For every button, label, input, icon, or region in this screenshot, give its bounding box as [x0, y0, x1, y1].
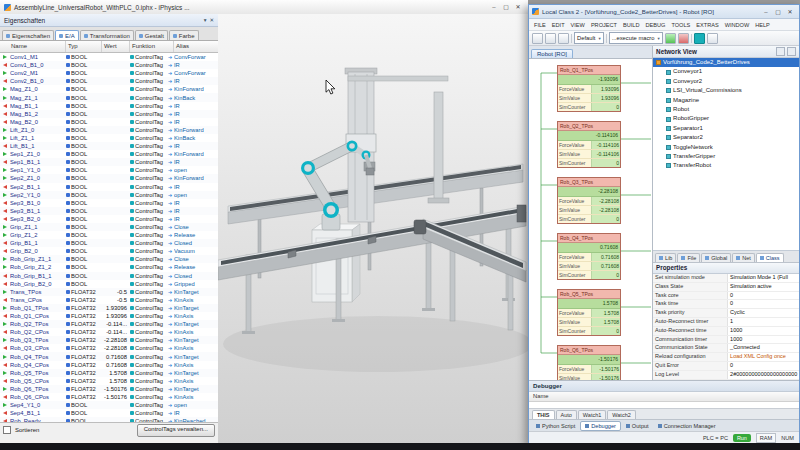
io-row-Mag_Z1_0[interactable]: Mag_Z1_0BOOLControlTag➔KinForward: [0, 85, 218, 93]
settings-icon[interactable]: [707, 33, 718, 44]
io-row-Mag_Z1_1[interactable]: Mag_Z1_1BOOLControlTag➔KinBack: [0, 93, 218, 101]
property-row[interactable]: Log Level2#00000000000000000000: [653, 371, 799, 380]
io-row-Rob_Grip_Z1_2[interactable]: Rob_Grip_Z1_2BOOLControlTag➔Release: [0, 263, 218, 271]
property-row[interactable]: Class StateSimulation active: [653, 283, 799, 292]
io-row-Rob_Grip_Z1_1[interactable]: Rob_Grip_Z1_1BOOLControlTag➔Close: [0, 255, 218, 263]
stop-icon[interactable]: [678, 33, 689, 44]
close-icon[interactable]: ✕: [512, 1, 524, 13]
tree-item-transfergripper[interactable]: TransferGripper: [653, 152, 799, 161]
watch-tab-watch2[interactable]: Watch2: [607, 410, 635, 419]
side-tab-file[interactable]: File: [677, 253, 700, 262]
bottom-tab-output[interactable]: Output: [622, 422, 653, 430]
io-row-Rob_Q3_TPos[interactable]: Rob_Q3_TPosFLOAT32-2.28108ControlTag➔Kin…: [0, 336, 218, 344]
tree-item-separator1[interactable]: Separator1: [653, 124, 799, 133]
io-row-Rob_Q2_CPos[interactable]: Rob_Q2_CPosFLOAT32-0.114...ControlTag➔Ki…: [0, 328, 218, 336]
column-header-name[interactable]: Name: [0, 41, 66, 52]
column-header-funktion[interactable]: Funktion: [130, 41, 174, 52]
io-row-Rob_Q1_TPos[interactable]: Rob_Q1_TPosFLOAT321.93096ControlTag➔KinT…: [0, 304, 218, 312]
minimize-icon[interactable]: –: [760, 6, 772, 18]
menu-help[interactable]: HELP: [752, 22, 773, 28]
bottom-tab-connection-manager[interactable]: Connection Manager: [654, 422, 720, 430]
side-tab-class[interactable]: Class: [756, 253, 784, 262]
property-row[interactable]: Communication State_Connected: [653, 344, 799, 353]
io-row-Rob_Q6_TPos[interactable]: Rob_Q6_TPosFLOAT32-1.50176ControlTag➔Kin…: [0, 385, 218, 393]
io-row-Rob_Q4_TPos[interactable]: Rob_Q4_TPosFLOAT320.71608ControlTag➔KinT…: [0, 352, 218, 360]
io-row-Sep2_Z1_0[interactable]: Sep2_Z1_0BOOLControlTag➔KinForward: [0, 174, 218, 182]
side-tab-net[interactable]: Net: [732, 253, 755, 262]
3d-viewport[interactable]: [218, 14, 528, 443]
io-row-Conv1_M1[interactable]: Conv1_M1BOOLControlTag➔ConvForwar: [0, 53, 218, 61]
new-icon[interactable]: [532, 33, 543, 44]
io-row-Sep4_Y1_0[interactable]: Sep4_Y1_0BOOLControlTag➔open: [0, 401, 218, 409]
menu-tools[interactable]: TOOLS: [668, 22, 693, 28]
tab-eigenschaften[interactable]: Eigenschaften: [2, 30, 54, 40]
menu-extras[interactable]: EXTRAS: [693, 22, 721, 28]
io-row-Conv2_M1[interactable]: Conv2_M1BOOLControlTag➔ConvForwar: [0, 69, 218, 77]
profile-combobox[interactable]: Default ▾: [574, 32, 604, 44]
io-row-Mag_B1_2[interactable]: Mag_B1_2BOOLControlTag➔IR: [0, 110, 218, 118]
io-row-Sep1_Y1_0[interactable]: Sep1_Y1_0BOOLControlTag➔open: [0, 166, 218, 174]
column-header-alias[interactable]: Alias: [174, 41, 218, 52]
properties-grid[interactable]: Set simulation modeSimulation Mode 1 (Fu…: [653, 274, 799, 380]
macro-combobox[interactable]: ...execute macro ▾: [609, 32, 663, 44]
io-row-Sep1_B1_1[interactable]: Sep1_B1_1BOOLControlTag➔IR: [0, 158, 218, 166]
property-row[interactable]: Task time0: [653, 300, 799, 309]
io-row-Mag_B1_1[interactable]: Mag_B1_1BOOLControlTag➔IR: [0, 102, 218, 110]
side-tab-global[interactable]: Global: [701, 253, 731, 262]
property-row[interactable]: Task priorityCyclic: [653, 309, 799, 318]
io-row-Rob_Q4_CPos[interactable]: Rob_Q4_CPosFLOAT320.71608ControlTag➔KinA…: [0, 361, 218, 369]
open-icon[interactable]: [545, 33, 556, 44]
tree-item-vorf-hrung-code2-betterdrives[interactable]: Vorführung_Code2_BetterDrives: [653, 58, 799, 67]
function-block-rob_q6_tpos[interactable]: Rob_Q6_TPos-1.50176ForceValue-1.50176Sim…: [557, 345, 621, 380]
minimize-icon[interactable]: –: [488, 1, 500, 13]
io-row-Sep3_B1_1[interactable]: Sep3_B1_1BOOLControlTag➔IR: [0, 207, 218, 215]
menu-edit[interactable]: EDIT: [549, 22, 568, 28]
io-row-Lift_Z1_1[interactable]: Lift_Z1_1BOOLControlTag➔KinBack: [0, 134, 218, 142]
property-row[interactable]: Set simulation modeSimulation Mode 1 (Fu…: [653, 274, 799, 283]
watch-tab-this[interactable]: THIS: [532, 410, 555, 419]
close-icon[interactable]: ✕: [784, 6, 796, 18]
function-block-rob_q3_tpos[interactable]: Rob_Q3_TPos-2.28108ForceValue-2.28108Sim…: [557, 177, 621, 224]
io-row-Grip_Z1_2[interactable]: Grip_Z1_2BOOLControlTag➔Release: [0, 231, 218, 239]
tree-item-lsi-virtual-commissions[interactable]: LSI_Virtual_Commissions: [653, 86, 799, 95]
io-row-Lift_B1_1[interactable]: Lift_B1_1BOOLControlTag➔IR: [0, 142, 218, 150]
io-row-Grip_Z1_1[interactable]: Grip_Z1_1BOOLControlTag➔Close: [0, 223, 218, 231]
property-row[interactable]: Auto-Reconnect time1000: [653, 327, 799, 336]
network-tree[interactable]: Vorführung_Code2_BetterDrivesConveyor1Co…: [653, 58, 799, 251]
tree-item-magazine[interactable]: Magazine: [653, 96, 799, 105]
io-row-Sep4_B1_1[interactable]: Sep4_B1_1BOOLControlTag➔IR: [0, 409, 218, 417]
function-block-diagram[interactable]: Rob_Q1_TPos-1.93096ForceValue1.93096SimV…: [529, 59, 652, 380]
io-row-Sep1_Z1_0[interactable]: Sep1_Z1_0BOOLControlTag➔KinForward: [0, 150, 218, 158]
iphysics-titlebar[interactable]: AssemblyLine_UniversalRobot_WithPLC_0.ip…: [0, 0, 528, 15]
column-header-wert[interactable]: Wert: [102, 41, 130, 52]
io-row-Sep3_B2_0[interactable]: Sep3_B2_0BOOLControlTag➔IR: [0, 215, 218, 223]
io-row-Rob_Q6_CPos[interactable]: Rob_Q6_CPosFLOAT32-1.50176ControlTag➔Kin…: [0, 393, 218, 401]
menu-file[interactable]: FILE: [531, 22, 549, 28]
run-icon[interactable]: [665, 33, 676, 44]
tree-item-transferrobot[interactable]: TransferRobot: [653, 161, 799, 170]
sort-checkbox[interactable]: [3, 426, 11, 434]
io-row-Rob_Grip_B1_1[interactable]: Rob_Grip_B1_1BOOLControlTag➔Closed: [0, 272, 218, 280]
io-row-Rob_Q3_CPos[interactable]: Rob_Q3_CPosFLOAT32-2.28108ControlTag➔Kin…: [0, 344, 218, 352]
debugger-name-column[interactable]: Name: [529, 392, 799, 402]
menu-build[interactable]: BUILD: [620, 22, 642, 28]
io-row-Rob_Q5_CPos[interactable]: Rob_Q5_CPosFLOAT321.5708ControlTag➔KinAx…: [0, 377, 218, 385]
tree-item-togglenetwork[interactable]: ToggleNetwork: [653, 143, 799, 152]
logicad-titlebar[interactable]: Local Class 2 - [Vorführung_Code2_Better…: [529, 5, 799, 19]
io-row-Sep3_B1_0[interactable]: Sep3_B1_0BOOLControlTag➔IR: [0, 199, 218, 207]
tab-e-a[interactable]: E/A: [55, 30, 79, 40]
tab-transformation[interactable]: Transformation: [80, 30, 134, 40]
io-row-Rob_Q1_CPos[interactable]: Rob_Q1_CPosFLOAT321.93096ControlTag➔KinA…: [0, 312, 218, 320]
io-table[interactable]: Conv1_M1BOOLControlTag➔ConvForwarConv1_B…: [0, 53, 218, 422]
menu-view[interactable]: VIEW: [568, 22, 588, 28]
io-row-Rob_Q2_TPos[interactable]: Rob_Q2_TPosFLOAT32-0.114...ControlTag➔Ki…: [0, 320, 218, 328]
panel-close-icon[interactable]: ✕: [209, 17, 214, 23]
panel-menu-icon[interactable]: ▾: [204, 17, 207, 23]
property-row[interactable]: Task core0: [653, 292, 799, 301]
maximize-icon[interactable]: ▢: [500, 1, 512, 13]
io-row-Lift_Z1_0[interactable]: Lift_Z1_0BOOLControlTag➔KinForward: [0, 126, 218, 134]
tree-item-robot[interactable]: Robot: [653, 105, 799, 114]
io-row-Grip_B2_0[interactable]: Grip_B2_0BOOLControlTag➔Vacuum: [0, 247, 218, 255]
function-block-rob_q1_tpos[interactable]: Rob_Q1_TPos-1.93096ForceValue1.93096SimV…: [557, 65, 621, 112]
column-header-typ[interactable]: Typ: [66, 41, 102, 52]
